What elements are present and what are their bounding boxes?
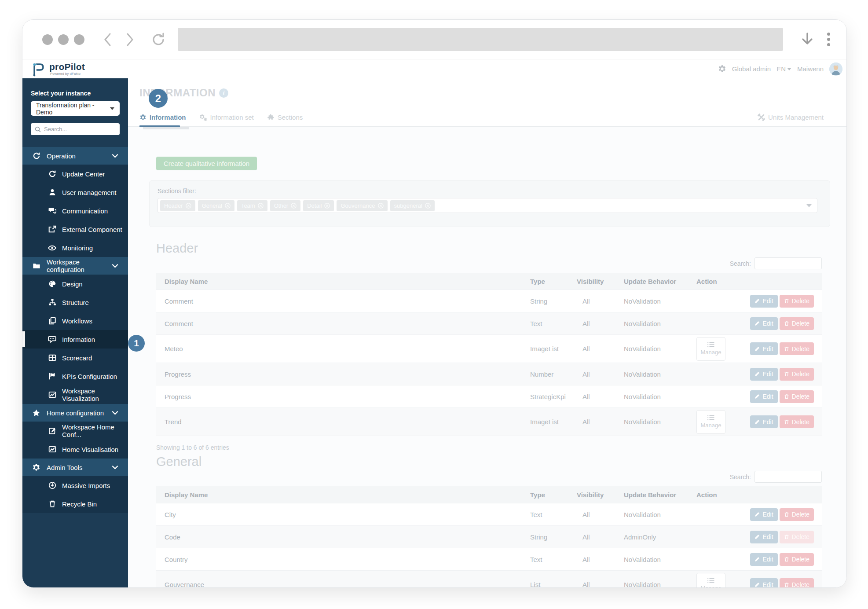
sidebar-item-scorecard[interactable]: Scorecard	[22, 349, 128, 367]
tab-sections[interactable]: Sections	[267, 114, 303, 121]
list-icon	[707, 342, 714, 347]
delete-button[interactable]: Delete	[780, 553, 814, 566]
avatar[interactable]	[829, 62, 842, 76]
manage-button[interactable]: Manage	[696, 337, 725, 361]
chevron-down-icon[interactable]	[806, 204, 812, 207]
filter-tag[interactable]: Detail	[303, 200, 334, 211]
person-icon	[48, 188, 56, 197]
delete-button[interactable]: Delete	[780, 368, 814, 381]
manage-button[interactable]: Manage	[696, 410, 725, 434]
remove-tag-icon[interactable]	[425, 203, 431, 209]
role-label[interactable]: Global admin	[732, 65, 771, 73]
edit-button[interactable]: Edit	[750, 390, 777, 403]
filter-tag[interactable]: Gouvernance	[337, 200, 387, 211]
sidebar-item-kpis-configuration[interactable]: KPIs Configuration	[22, 367, 128, 385]
refresh-icon[interactable]	[150, 32, 166, 48]
sidebar-group-operation[interactable]: Operation	[22, 147, 128, 165]
sidebar-search[interactable]	[31, 123, 120, 135]
sidebar-group-workspace-configuration[interactable]: Workspace configuration	[22, 257, 128, 275]
delete-button[interactable]: Delete	[780, 415, 814, 428]
manage-button[interactable]: Manage	[696, 573, 725, 588]
pencil-icon	[754, 419, 760, 425]
sidebar-item-label: Update Center	[62, 170, 105, 178]
download-icon[interactable]	[801, 32, 814, 47]
edit-button[interactable]: Edit	[750, 415, 777, 428]
sidebar-item-home-visualisation[interactable]: Home Visualisation	[22, 440, 128, 459]
sidebar-item-communication[interactable]: Communication	[22, 202, 128, 220]
sidebar-item-information[interactable]: Information	[22, 330, 128, 349]
units-management-button[interactable]: Units Management	[758, 114, 824, 121]
search-input[interactable]	[44, 126, 116, 132]
sidebar-item-label: Monitoring	[62, 244, 93, 252]
filter-tag-label: Gouvernance	[341, 202, 375, 209]
table-search-input[interactable]	[754, 257, 822, 269]
sidebar-item-recycle-bin[interactable]: Recycle Bin	[22, 495, 128, 513]
sidebar-item-workspace-home-conf[interactable]: Workspace Home Conf...	[22, 422, 128, 440]
edit-button[interactable]: Edit	[750, 295, 777, 308]
forward-icon[interactable]	[124, 32, 136, 47]
edit-button[interactable]: Edit	[750, 342, 777, 355]
sidebar-item-structure[interactable]: Structure	[22, 293, 128, 312]
cell-action: Edit Delete	[696, 363, 822, 385]
kebab-menu-icon[interactable]	[827, 33, 830, 46]
gear-icon[interactable]	[718, 65, 726, 73]
crossed-tools-icon	[758, 114, 765, 121]
filter-tag[interactable]: Other	[270, 200, 301, 211]
url-bar[interactable]	[178, 28, 783, 51]
callout-badge-2: 2	[149, 89, 168, 108]
remove-tag-icon[interactable]	[225, 203, 231, 209]
info-icon[interactable]: i	[219, 88, 228, 98]
sidebar-item-user-management[interactable]: User management	[22, 183, 128, 202]
delete-button[interactable]: Delete	[780, 342, 814, 355]
table-search-input[interactable]	[754, 471, 822, 483]
instance-select[interactable]: Transformation plan - Demo	[31, 101, 120, 116]
filter-tag-label: Header	[164, 202, 183, 209]
star-icon	[32, 409, 40, 417]
window-controls[interactable]	[42, 34, 84, 45]
edit-button[interactable]: Edit	[750, 531, 777, 543]
delete-button[interactable]: Delete	[780, 317, 814, 330]
column-action: Action	[696, 278, 822, 285]
language-selector[interactable]: EN	[776, 65, 791, 73]
sidebar-item-massive-imports[interactable]: Massive Imports	[22, 476, 128, 495]
filter-tag[interactable]: General	[198, 200, 234, 211]
sidebar-group-home-configuration[interactable]: Home configuration	[22, 404, 128, 422]
remove-tag-icon[interactable]	[291, 203, 297, 209]
filter-tag[interactable]: subgeneral	[390, 200, 435, 211]
delete-button[interactable]: Delete	[780, 390, 814, 403]
tab-information[interactable]: Information	[139, 114, 186, 121]
brand-logo[interactable]: proPilot Powered by dFakto	[30, 61, 85, 77]
sidebar-item-update-center[interactable]: Update Center	[22, 165, 128, 183]
sidebar-item-external-component[interactable]: External Component	[22, 220, 128, 238]
remove-tag-icon[interactable]	[186, 203, 191, 209]
edit-button[interactable]: Edit	[750, 553, 777, 566]
sidebar-item-design[interactable]: Design	[22, 275, 128, 293]
edit-button[interactable]: Edit	[750, 317, 777, 330]
delete-button[interactable]: Delete	[780, 508, 814, 521]
delete-button[interactable]: Delete	[780, 295, 814, 308]
filter-tag[interactable]: Header	[160, 200, 195, 211]
remove-tag-icon[interactable]	[258, 203, 264, 209]
sidebar-item-workflows[interactable]: Workflows	[22, 312, 128, 330]
edit-button[interactable]: Edit	[750, 368, 777, 381]
window-control-dot[interactable]	[58, 34, 69, 45]
sidebar-item-monitoring[interactable]: Monitoring	[22, 238, 128, 257]
cell-display-name: Progress	[156, 371, 529, 378]
remove-tag-icon[interactable]	[378, 203, 384, 209]
tab-information-set[interactable]: Information set	[199, 114, 254, 121]
delete-button[interactable]: Delete	[780, 578, 814, 588]
edit-button[interactable]: Edit	[750, 578, 777, 588]
window-control-dot[interactable]	[74, 34, 84, 45]
create-qualitative-information-button[interactable]: Create qualitative information	[156, 157, 257, 170]
filter-tag[interactable]: Team	[237, 200, 267, 211]
sections-filter-input[interactable]: Header General Team Other Detail Gouvern…	[157, 198, 817, 213]
window-control-dot[interactable]	[42, 34, 53, 45]
username[interactable]: Maiwenn	[797, 65, 824, 73]
sidebar-group-admin-tools[interactable]: Admin Tools	[22, 459, 128, 476]
edit-button[interactable]: Edit	[750, 508, 777, 521]
sidebar-item-workspace-visualization[interactable]: Workspace Visualization	[22, 385, 128, 404]
filter-tag-label: Detail	[307, 202, 322, 209]
back-icon[interactable]	[102, 32, 114, 47]
remove-tag-icon[interactable]	[324, 203, 330, 209]
browser-chrome	[22, 20, 846, 59]
